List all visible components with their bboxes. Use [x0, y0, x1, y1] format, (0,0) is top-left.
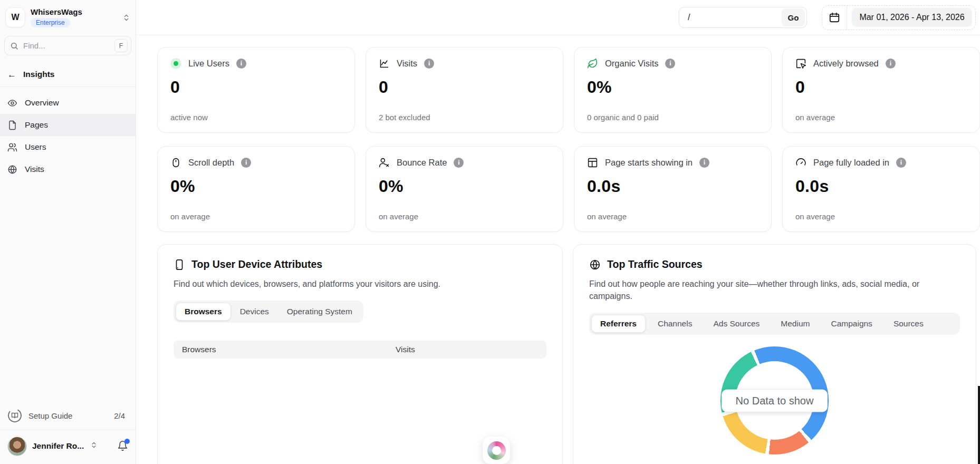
stat-value: 0	[170, 78, 342, 97]
table-icon	[587, 157, 598, 168]
tab-medium[interactable]: Medium	[772, 315, 819, 333]
info-icon[interactable]: i	[454, 158, 464, 168]
smartphone-icon	[174, 259, 185, 270]
gauge-icon	[795, 157, 806, 168]
tab-ads-sources[interactable]: Ads Sources	[704, 315, 768, 333]
search-placeholder: Find...	[23, 41, 45, 50]
stat-label: Visits	[397, 59, 417, 69]
stat-footnote: on average	[795, 113, 967, 122]
chevron-updown-icon[interactable]	[122, 14, 130, 22]
stat-card-bounce-rate: Bounce Rate i 0% on average	[366, 146, 563, 232]
scrollbar-thumb[interactable]	[978, 386, 980, 464]
info-icon[interactable]: i	[424, 59, 434, 69]
info-icon[interactable]: i	[236, 59, 246, 69]
stat-footnote: 2 bot excluded	[379, 113, 550, 122]
loading-spinner	[483, 437, 510, 464]
workspace-switcher[interactable]: W WhisersWags Enterprise	[4, 7, 131, 27]
sidebar-item-label: Visits	[25, 165, 44, 174]
panel-description: Find out how people are reaching your si…	[589, 278, 958, 302]
tab-sources[interactable]: Sources	[885, 315, 933, 333]
setup-guide[interactable]: Setup Guide 2/4	[4, 403, 131, 428]
tab-browsers[interactable]: Browsers	[176, 303, 231, 321]
stat-value: 0	[795, 78, 967, 97]
back-arrow-icon[interactable]: ←	[7, 70, 16, 79]
panel-description: Find out which devices, browsers, and pl…	[174, 278, 543, 290]
tab-operating-system[interactable]: Operating System	[278, 303, 361, 321]
sidebar-item-pages[interactable]: Pages	[0, 114, 136, 136]
go-button[interactable]: Go	[782, 8, 805, 26]
stat-card-scroll-depth: Scroll depth i 0% on average	[157, 146, 355, 232]
topbar: / Go Mar 01, 2026 - Apr 13, 2026	[136, 0, 980, 35]
stat-footnote: 0 organic and 0 paid	[587, 113, 758, 122]
stat-value: 0%	[587, 78, 758, 97]
info-icon[interactable]: i	[241, 158, 251, 168]
search-shortcut-badge: F	[114, 39, 128, 52]
tab-devices[interactable]: Devices	[231, 303, 278, 321]
stat-value: 0.0s	[587, 177, 758, 196]
info-icon[interactable]: i	[699, 158, 709, 168]
date-range-value[interactable]: Mar 01, 2026 - Apr 13, 2026	[852, 8, 972, 27]
notification-dot	[124, 439, 130, 444]
panels-grid: Top User Device Attributes Find out whic…	[157, 244, 980, 464]
panel-title: Top Traffic Sources	[607, 258, 703, 270]
sidebar-item-overview[interactable]: Overview	[0, 92, 136, 114]
sidebar-item-visits[interactable]: Visits	[0, 158, 136, 180]
traffic-tabs: Referrers Channels Ads Sources Medium Ca…	[589, 313, 960, 335]
stat-card-actively-browsed: Actively browsed i 0 on average	[782, 47, 980, 133]
divider	[847, 6, 847, 30]
stat-value: 0%	[379, 177, 550, 196]
setup-guide-label: Setup Guide	[28, 411, 108, 420]
search-icon	[10, 42, 18, 50]
table-header: Browsers Visits	[174, 341, 546, 359]
calendar-icon[interactable]	[822, 12, 847, 23]
workspace-logo: W	[5, 7, 25, 27]
book-progress-icon	[7, 408, 22, 423]
sidebar: W WhisersWags Enterprise Find... F ← Ins…	[0, 0, 136, 464]
bell-icon[interactable]	[117, 440, 128, 451]
sidebar-item-label: Overview	[25, 98, 59, 108]
stat-value: 0	[379, 78, 550, 97]
stat-label: Page fully loaded in	[813, 158, 889, 168]
stat-card-page-fully-loaded: Page fully loaded in i 0.0s on average	[782, 146, 980, 232]
column-header-browsers: Browsers	[182, 345, 396, 354]
stat-value: 0%	[170, 177, 342, 196]
sidebar-item-label: Users	[25, 142, 46, 152]
path-filter-value: /	[688, 13, 690, 22]
stat-label: Page starts showing in	[605, 158, 693, 168]
spinner-ring-icon	[487, 441, 506, 460]
workspace-name: WhisersWags	[31, 7, 82, 16]
user-menu[interactable]: Jennifer Ro...	[4, 430, 131, 464]
chevron-updown-icon[interactable]	[90, 441, 98, 449]
stat-card-visits: Visits i 0 2 bot excluded	[366, 47, 563, 133]
tab-channels[interactable]: Channels	[649, 315, 702, 333]
live-dot-icon	[170, 58, 181, 69]
stat-card-live-users: Live Users i 0 active now	[157, 47, 355, 133]
info-icon[interactable]: i	[886, 59, 896, 69]
date-range-picker[interactable]: Mar 01, 2026 - Apr 13, 2026	[822, 5, 976, 30]
path-filter-input[interactable]: / Go	[679, 7, 807, 28]
search-input[interactable]: Find... F	[4, 36, 131, 55]
traffic-donut-area: No Data to show	[589, 346, 960, 455]
stats-grid: Live Users i 0 active now Visits i 0 2 b…	[157, 47, 980, 232]
stat-footnote: on average	[587, 212, 758, 221]
info-icon[interactable]: i	[665, 59, 675, 69]
info-icon[interactable]: i	[896, 158, 906, 168]
tab-referrers[interactable]: Referrers	[591, 315, 646, 333]
person-x-icon	[379, 157, 390, 168]
device-tabs: Browsers Devices Operating System	[174, 301, 363, 323]
sidebar-item-users[interactable]: Users	[0, 136, 136, 158]
panel-title: Top User Device Attributes	[191, 258, 322, 270]
device-attributes-card: Top User Device Attributes Find out whic…	[157, 244, 563, 464]
tab-campaigns[interactable]: Campaigns	[822, 315, 881, 333]
section-title: Insights	[23, 70, 54, 79]
main-area: / Go Mar 01, 2026 - Apr 13, 2026 Live Us…	[136, 0, 980, 464]
sidebar-nav: Overview Pages Users Visits	[4, 92, 131, 180]
column-header-visits: Visits	[396, 345, 538, 354]
plan-badge: Enterprise	[31, 18, 70, 27]
stat-footnote: active now	[170, 113, 342, 122]
stat-label: Actively browsed	[813, 59, 879, 69]
no-data-label: No Data to show	[722, 389, 828, 412]
leaf-icon	[587, 58, 598, 69]
stat-label: Bounce Rate	[397, 158, 447, 168]
globe-icon	[589, 259, 601, 270]
